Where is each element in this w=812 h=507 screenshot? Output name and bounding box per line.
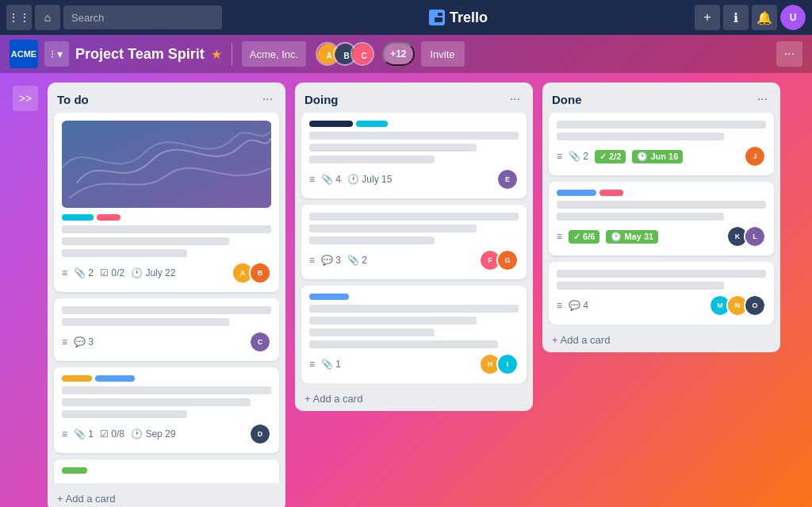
card-todo-1[interactable]: ≡ 📎 2 ☑ 0/2 🕐 July 22 A B [54,113,279,292]
card-text-todo-3-3 [62,410,187,418]
list-menu-doing[interactable]: ··· [507,90,523,108]
list-title-doing: Doing [304,93,339,106]
star-button[interactable]: ★ [211,47,222,62]
list-doing: Doing ··· ≡ 📎 4 🕐 July 15 [295,83,533,411]
card-text-todo-2-2 [62,318,229,326]
card-avatars-todo-1: A B [232,262,271,284]
card-doing-3[interactable]: ≡ 📎 1 H I [301,286,527,383]
meta-checklist-done-1: ✓ 2/2 [595,150,626,163]
list-header-done: Done ··· [542,83,780,113]
add-card-doing[interactable]: + Add a card [295,386,533,411]
sidebar-toggle-button[interactable]: >> [13,86,38,111]
card-meta-done-2: ≡ ✓ 6/6 🕐 May 31 K L [557,225,766,248]
card-labels-todo-3 [62,375,271,382]
meta-comments-doing-2: 💬 3 [321,255,341,266]
card-meta-todo-2: ≡ 💬 3 C [62,331,271,353]
card-labels-todo-4 [62,467,271,474]
card-todo-3[interactable]: ≡ 📎 1 ☑ 0/8 🕐 Sep 29 D [54,367,279,453]
list-body-done: ≡ 📎 2 ✓ 2/2 🕐 Jun 16 J [542,113,780,325]
label-dark-blue [309,121,353,127]
trello-logo-icon [429,10,445,25]
info-button[interactable]: ℹ [723,5,749,30]
card-doing-1[interactable]: ≡ 📎 4 🕐 July 15 E [301,113,527,198]
card-text-done-2-1 [557,201,766,209]
invite-button[interactable]: Invite [421,41,465,67]
card-text-doing-3-4 [309,340,498,348]
member-count-button[interactable]: +12 [382,42,414,66]
svg-rect-0 [62,123,271,205]
add-card-done[interactable]: + Add a card [542,328,780,352]
card-avatars-todo-2: C [249,331,271,353]
card-avatar-done-2-2: L [744,225,766,248]
list-header-doing: Doing ··· [295,83,533,113]
meta-list-icon-3: ≡ [62,428,67,440]
meta-comments-done-3: 💬 4 [569,300,588,311]
list-menu-todo[interactable]: ··· [259,90,276,108]
notification-button[interactable]: 🔔 [752,5,777,30]
meta-comments-todo-2: 💬 3 [74,336,94,348]
card-todo-4[interactable] [54,459,279,483]
label-yellow [62,375,92,382]
card-labels-done-2 [557,190,766,196]
card-avatars-doing-3: H I [479,353,519,375]
label-blue-doing-3 [309,294,349,300]
apps-button[interactable]: ⋮⋮ [6,5,32,30]
member-avatars: A B C [316,42,374,66]
card-text-doing-1-2 [309,144,477,152]
card-text-doing-3-2 [309,317,477,325]
home-button[interactable]: ⌂ [35,5,60,30]
label-pink [97,214,121,221]
search-input[interactable] [63,6,222,29]
meta-attachments-done-1: 📎 2 [569,151,588,162]
meta-date-todo-3: 🕐 Sep 29 [131,428,175,440]
more-options-button[interactable]: ··· [776,41,802,67]
card-text-todo-3-1 [62,386,271,394]
card-avatar-todo-2-1: C [249,331,271,353]
meta-list-icon-d2: ≡ [309,255,315,266]
card-avatar-done-1-1: J [744,145,766,167]
card-text-doing-3-1 [309,305,519,313]
board-view-button[interactable]: ⁝ ▾ [44,41,69,67]
card-text-done-1-2 [557,133,724,140]
board-header: ACME ⁝ ▾ Project Team Spirit ★ Acme, Inc… [0,35,812,73]
board-title: Project Team Spirit [75,46,205,63]
list-title-todo: To do [57,93,89,106]
card-done-3[interactable]: ≡ 💬 4 M N O [549,262,774,325]
card-done-1[interactable]: ≡ 📎 2 ✓ 2/2 🕐 Jun 16 J [549,113,774,175]
board-view-caret: ▾ [57,48,63,60]
card-doing-2[interactable]: ≡ 💬 3 📎 2 F G [301,205,527,279]
card-meta-doing-3: ≡ 📎 1 H I [309,353,519,375]
member-avatar-3[interactable]: C [350,42,374,66]
add-card-todo[interactable]: + Add a card [48,486,285,507]
add-button[interactable]: + [695,5,720,30]
card-text-done-2-2 [557,213,724,221]
meta-list-icon-2: ≡ [62,336,67,348]
meta-attachments-doing-1: 📎 4 [321,174,341,185]
meta-date-done-1: 🕐 Jun 16 [632,150,683,163]
meta-checklist-todo-1: ☑ 0/2 [100,267,124,278]
card-avatar-doing-3-2: I [496,353,519,375]
list-menu-done[interactable]: ··· [754,90,771,108]
workspace-name-button[interactable]: Acme, Inc. [242,41,306,67]
card-avatars-done-3: M N O [709,294,766,317]
list-done: Done ··· ≡ 📎 2 ✓ 2/2 🕐 Jun 16 J [542,83,780,352]
meta-list-icon-dn1: ≡ [557,151,562,162]
user-avatar[interactable]: U [780,5,806,30]
list-body-todo: ≡ 📎 2 ☑ 0/2 🕐 July 22 A B [48,113,285,483]
card-avatar-done-3-3: O [744,294,766,317]
card-avatars-done-1: J [744,145,766,167]
card-avatars-doing-2: F G [479,249,519,271]
card-avatar-todo-1-2: B [249,262,271,284]
meta-date-done-2: 🕐 May 31 [606,230,658,244]
card-text-todo-1-1 [62,225,271,233]
meta-date-todo-1: 🕐 July 22 [131,267,175,278]
card-text-doing-2-1 [309,213,519,221]
card-meta-doing-1: ≡ 📎 4 🕐 July 15 E [309,168,519,190]
card-avatar-todo-3-1: D [249,423,271,445]
workspace-badge: ACME [10,40,38,68]
card-done-2[interactable]: ≡ ✓ 6/6 🕐 May 31 K L [549,182,774,255]
card-todo-2[interactable]: ≡ 💬 3 C [54,298,279,361]
card-text-doing-1-3 [309,156,435,163]
card-labels-doing-3 [309,294,519,300]
card-meta-todo-1: ≡ 📎 2 ☑ 0/2 🕐 July 22 A B [62,262,271,284]
